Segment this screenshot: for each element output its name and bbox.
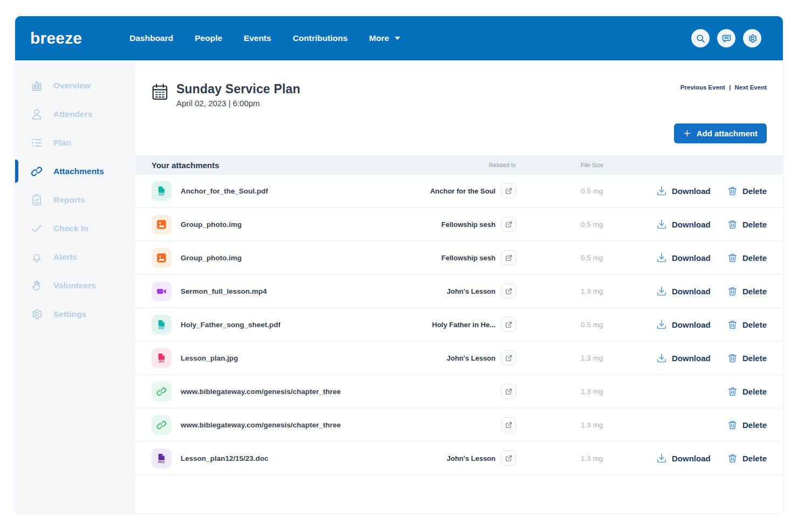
open-related-button[interactable] [501,317,516,332]
sidebar-item-plan[interactable]: Plan [15,128,135,157]
file-name: Lesson_plan.jpg [181,354,238,362]
attachment-row: JPGLesson_plan.jpgJohn's Lesson1.3 mgDow… [135,342,783,375]
download-label: Download [672,220,711,229]
delete-button[interactable]: Delete [727,320,767,330]
delete-button[interactable]: Delete [727,286,767,296]
open-related-button[interactable] [501,350,516,365]
related-cell: Holy Father in He... [365,317,516,332]
check-icon [30,222,43,235]
column-header-attachments: Your attachments [152,161,365,170]
row-actions: DownloadDelete [656,252,767,263]
event-title-text: Sunday Service Plan April 02, 2023 | 6:0… [176,82,300,108]
open-related-button[interactable] [501,451,516,466]
row-actions: DownloadDelete [656,319,767,330]
row-actions: DownloadDelete [656,419,767,430]
trash-icon [727,320,738,330]
delete-button[interactable]: Delete [727,353,767,363]
sidebar-item-attenders[interactable]: Attenders [15,100,135,128]
file-cell: DOCLesson_plan12/15/23.doc [152,448,365,468]
chat-button[interactable] [717,29,735,47]
external-link-icon [505,455,512,462]
next-event-link[interactable]: Next Event [735,84,767,91]
sidebar-item-check-in[interactable]: Check In [15,214,135,243]
row-actions: DownloadDelete [656,353,767,363]
trash-icon [727,353,738,363]
sidebar-item-reports[interactable]: Reports [15,185,135,214]
trash-icon [727,253,738,263]
download-label: Download [672,287,711,296]
open-related-button[interactable] [501,217,516,232]
delete-label: Delete [742,253,767,262]
delete-button[interactable]: Delete [727,386,767,397]
nav-item-contributions[interactable]: Contributions [293,33,348,43]
download-button[interactable]: Download [656,353,711,363]
add-attachment-button[interactable]: Add attachment [674,123,767,143]
page-title: Sunday Service Plan [176,82,300,96]
sidebar-item-volunteers[interactable]: Volunteers [15,271,135,300]
file-cell: Sermon_full_lesson.mp4 [152,281,365,301]
delete-button[interactable]: Delete [727,186,767,196]
file-size: 0.5 mg [516,220,656,229]
file-size: 1.3 mg [516,287,656,295]
nav-item-label: Events [244,33,271,43]
nav-item-dashboard[interactable]: Dashboard [129,33,173,43]
nav-item-people[interactable]: People [195,33,222,43]
delete-button[interactable]: Delete [727,219,767,230]
previous-event-link[interactable]: Previous Event [680,84,725,91]
download-button[interactable]: Download [656,319,711,330]
related-cell: Fellowship sesh [365,250,516,265]
delete-label: Delete [742,387,767,396]
nav-item-events[interactable]: Events [244,33,271,43]
file-cell: Group_photo.img [152,248,365,268]
open-related-button[interactable] [501,384,516,399]
download-button[interactable]: Download [656,219,711,230]
open-related-button[interactable] [501,183,516,198]
external-link-icon [505,254,512,261]
nav-item-label: More [369,33,389,43]
related-to-label: John's Lesson [447,287,496,295]
external-link-icon [505,188,512,195]
sidebar-item-label: Alerts [53,252,77,262]
open-related-button[interactable] [501,417,516,432]
sidebar-item-overview[interactable]: Overview [15,71,135,100]
attachment-row: PDFHoly_Father_song_sheet.pdfHoly Father… [135,308,783,342]
download-icon [656,219,667,230]
external-link-icon [505,221,512,228]
download-button[interactable]: Download [656,252,711,263]
search-button[interactable] [691,29,710,47]
delete-button[interactable]: Delete [727,253,767,263]
attachment-row: www.biblegateway.com/genesis/chapter_thr… [135,409,783,442]
page: breeze DashboardPeopleEventsContribution… [0,0,798,532]
sidebar-item-alerts[interactable]: Alerts [15,243,135,271]
delete-label: Delete [742,354,767,363]
link-file-icon [152,415,171,435]
open-related-button[interactable] [501,250,516,265]
gear-button[interactable] [743,29,761,47]
download-label: Download [672,253,711,262]
hand-icon [30,279,43,292]
delete-button[interactable]: Delete [727,420,767,430]
sidebar-item-settings[interactable]: Settings [15,300,135,328]
related-cell [365,417,516,432]
event-pagination: Previous Event | Next Event [680,84,767,91]
file-size: 0.5 mg [516,321,656,329]
download-button[interactable]: Download [656,286,711,296]
download-button[interactable]: Download [656,453,711,464]
open-related-button[interactable] [501,284,516,299]
file-cell: JPGLesson_plan.jpg [152,348,365,368]
download-button[interactable]: Download [656,185,711,196]
delete-button[interactable]: Delete [727,453,767,464]
attachment-row: Sermon_full_lesson.mp4John's Lesson1.3 m… [135,275,783,308]
sidebar-item-label: Reports [53,195,85,205]
nav-item-more[interactable]: More [369,33,400,43]
trash-icon [727,420,738,430]
related-cell: Fellowship sesh [365,217,516,232]
breeze-logo[interactable]: breeze [30,29,82,47]
sidebar-item-attachments[interactable]: Attachments [15,157,135,185]
download-icon [656,252,667,263]
bar-chart-icon [30,79,43,92]
row-actions: DownloadDelete [656,219,767,230]
event-title-group: Sunday Service Plan April 02, 2023 | 6:0… [152,82,300,108]
file-cell: PDFAnchor_for_the_Soul.pdf [152,181,365,201]
pdf-file-icon: PDF [152,315,171,335]
